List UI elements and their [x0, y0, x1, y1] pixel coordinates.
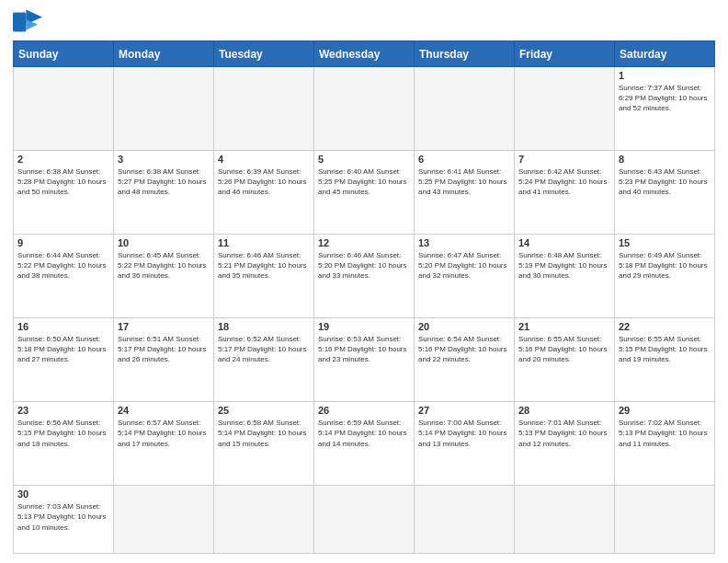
day-info: Sunrise: 6:45 AM Sunset: 5:22 PM Dayligh…	[118, 250, 210, 282]
day-number: 23	[17, 405, 109, 416]
day-info: Sunrise: 6:46 AM Sunset: 5:20 PM Dayligh…	[318, 250, 410, 282]
calendar-week-row: 30Sunrise: 7:03 AM Sunset: 5:13 PM Dayli…	[14, 486, 715, 554]
day-number: 3	[118, 154, 210, 165]
day-header-monday: Monday	[114, 41, 214, 67]
day-info: Sunrise: 6:41 AM Sunset: 5:25 PM Dayligh…	[418, 167, 510, 198]
calendar-day-cell: 6Sunrise: 6:41 AM Sunset: 5:25 PM Daylig…	[415, 151, 515, 235]
day-header-saturday: Saturday	[615, 41, 715, 67]
day-number: 2	[17, 154, 109, 165]
calendar-day-cell: 14Sunrise: 6:48 AM Sunset: 5:19 PM Dayli…	[515, 235, 615, 318]
day-number: 15	[619, 237, 711, 248]
day-number: 16	[17, 321, 109, 332]
day-info: Sunrise: 6:56 AM Sunset: 5:15 PM Dayligh…	[17, 418, 109, 449]
calendar-day-cell: 25Sunrise: 6:58 AM Sunset: 5:14 PM Dayli…	[214, 402, 314, 486]
day-info: Sunrise: 7:02 AM Sunset: 5:13 PM Dayligh…	[619, 418, 711, 449]
day-header-wednesday: Wednesday	[314, 41, 415, 67]
day-info: Sunrise: 6:48 AM Sunset: 5:19 PM Dayligh…	[518, 250, 610, 282]
day-number: 11	[218, 237, 310, 248]
day-number: 13	[418, 237, 510, 248]
calendar-day-cell: 28Sunrise: 7:01 AM Sunset: 5:13 PM Dayli…	[515, 402, 615, 486]
calendar-day-cell: 29Sunrise: 7:02 AM Sunset: 5:13 PM Dayli…	[615, 402, 715, 486]
day-number: 14	[518, 237, 610, 248]
day-info: Sunrise: 6:42 AM Sunset: 5:24 PM Dayligh…	[518, 167, 610, 198]
calendar-day-cell: 23Sunrise: 6:56 AM Sunset: 5:15 PM Dayli…	[14, 402, 114, 486]
logo	[13, 9, 46, 35]
calendar-day-cell: 20Sunrise: 6:54 AM Sunset: 5:16 PM Dayli…	[415, 318, 515, 402]
day-info: Sunrise: 6:49 AM Sunset: 5:18 PM Dayligh…	[619, 250, 711, 282]
day-number: 24	[118, 405, 210, 416]
calendar-day-cell: 7Sunrise: 6:42 AM Sunset: 5:24 PM Daylig…	[515, 151, 615, 235]
day-info: Sunrise: 6:38 AM Sunset: 5:27 PM Dayligh…	[118, 167, 210, 198]
day-info: Sunrise: 7:01 AM Sunset: 5:13 PM Dayligh…	[518, 418, 610, 449]
calendar-day-cell: 16Sunrise: 6:50 AM Sunset: 5:18 PM Dayli…	[14, 318, 114, 402]
day-number: 17	[118, 321, 210, 332]
calendar-day-cell: 26Sunrise: 6:59 AM Sunset: 5:14 PM Dayli…	[314, 402, 415, 486]
calendar-day-cell: 13Sunrise: 6:47 AM Sunset: 5:20 PM Dayli…	[415, 235, 515, 318]
day-number: 27	[418, 405, 510, 416]
day-number: 20	[418, 321, 510, 332]
day-info: Sunrise: 6:51 AM Sunset: 5:17 PM Dayligh…	[118, 334, 210, 365]
day-info: Sunrise: 6:39 AM Sunset: 5:26 PM Dayligh…	[218, 167, 310, 198]
calendar-day-cell: 21Sunrise: 6:55 AM Sunset: 5:16 PM Dayli…	[515, 318, 615, 402]
calendar-week-row: 23Sunrise: 6:56 AM Sunset: 5:15 PM Dayli…	[14, 402, 715, 486]
calendar-day-cell: 18Sunrise: 6:52 AM Sunset: 5:17 PM Dayli…	[214, 318, 314, 402]
page: SundayMondayTuesdayWednesdayThursdayFrid…	[0, 0, 728, 563]
day-header-tuesday: Tuesday	[214, 41, 314, 67]
day-number: 26	[318, 405, 410, 416]
day-info: Sunrise: 7:00 AM Sunset: 5:14 PM Dayligh…	[418, 418, 510, 449]
day-info: Sunrise: 7:37 AM Sunset: 6:29 PM Dayligh…	[619, 83, 711, 114]
calendar-day-cell: 10Sunrise: 6:45 AM Sunset: 5:22 PM Dayli…	[114, 235, 214, 318]
day-info: Sunrise: 6:58 AM Sunset: 5:14 PM Dayligh…	[218, 418, 310, 449]
day-info: Sunrise: 6:50 AM Sunset: 5:18 PM Dayligh…	[17, 334, 109, 365]
calendar-day-cell	[415, 67, 515, 151]
calendar-day-cell: 11Sunrise: 6:46 AM Sunset: 5:21 PM Dayli…	[214, 235, 314, 318]
day-number: 5	[318, 154, 410, 165]
calendar-day-cell: 15Sunrise: 6:49 AM Sunset: 5:18 PM Dayli…	[615, 235, 715, 318]
calendar-day-cell	[214, 486, 314, 554]
calendar-day-cell: 8Sunrise: 6:43 AM Sunset: 5:23 PM Daylig…	[615, 151, 715, 235]
calendar-day-cell	[314, 67, 415, 151]
calendar-week-row: 9Sunrise: 6:44 AM Sunset: 5:22 PM Daylig…	[14, 235, 715, 318]
calendar-day-cell	[114, 67, 214, 151]
calendar-day-cell: 12Sunrise: 6:46 AM Sunset: 5:20 PM Dayli…	[314, 235, 415, 318]
day-number: 19	[318, 321, 410, 332]
calendar-header-row: SundayMondayTuesdayWednesdayThursdayFrid…	[14, 41, 715, 67]
day-header-friday: Friday	[515, 41, 615, 67]
day-number: 28	[518, 405, 610, 416]
calendar-day-cell: 2Sunrise: 6:38 AM Sunset: 5:28 PM Daylig…	[14, 151, 114, 235]
calendar-table: SundayMondayTuesdayWednesdayThursdayFrid…	[13, 40, 715, 554]
calendar-day-cell: 9Sunrise: 6:44 AM Sunset: 5:22 PM Daylig…	[14, 235, 114, 318]
calendar-day-cell	[14, 67, 114, 151]
header	[13, 9, 715, 35]
day-info: Sunrise: 6:59 AM Sunset: 5:14 PM Dayligh…	[318, 418, 410, 449]
day-info: Sunrise: 6:57 AM Sunset: 5:14 PM Dayligh…	[118, 418, 210, 449]
day-number: 6	[418, 154, 510, 165]
day-info: Sunrise: 6:38 AM Sunset: 5:28 PM Dayligh…	[17, 167, 109, 198]
calendar-day-cell	[114, 486, 214, 554]
day-number: 12	[318, 237, 410, 248]
day-info: Sunrise: 6:54 AM Sunset: 5:16 PM Dayligh…	[418, 334, 510, 365]
calendar-day-cell	[314, 486, 415, 554]
day-info: Sunrise: 6:43 AM Sunset: 5:23 PM Dayligh…	[619, 167, 711, 198]
day-number: 9	[17, 237, 109, 248]
day-number: 29	[619, 405, 711, 416]
day-number: 18	[218, 321, 310, 332]
general-blue-logo-icon	[13, 9, 42, 35]
svg-rect-0	[13, 13, 26, 32]
day-info: Sunrise: 6:46 AM Sunset: 5:21 PM Dayligh…	[218, 250, 310, 282]
day-header-thursday: Thursday	[415, 41, 515, 67]
day-number: 30	[17, 488, 109, 500]
calendar-day-cell: 27Sunrise: 7:00 AM Sunset: 5:14 PM Dayli…	[415, 402, 515, 486]
day-number: 21	[518, 321, 610, 332]
calendar-day-cell: 30Sunrise: 7:03 AM Sunset: 5:13 PM Dayli…	[14, 486, 114, 554]
day-number: 7	[518, 154, 610, 165]
calendar-day-cell: 17Sunrise: 6:51 AM Sunset: 5:17 PM Dayli…	[114, 318, 214, 402]
day-info: Sunrise: 6:52 AM Sunset: 5:17 PM Dayligh…	[218, 334, 310, 365]
calendar-day-cell: 1Sunrise: 7:37 AM Sunset: 6:29 PM Daylig…	[615, 67, 715, 151]
calendar-day-cell: 5Sunrise: 6:40 AM Sunset: 5:25 PM Daylig…	[314, 151, 415, 235]
calendar-day-cell	[515, 486, 615, 554]
day-info: Sunrise: 6:47 AM Sunset: 5:20 PM Dayligh…	[418, 250, 510, 282]
day-number: 1	[619, 70, 711, 81]
calendar-day-cell	[515, 67, 615, 151]
calendar-day-cell	[415, 486, 515, 554]
